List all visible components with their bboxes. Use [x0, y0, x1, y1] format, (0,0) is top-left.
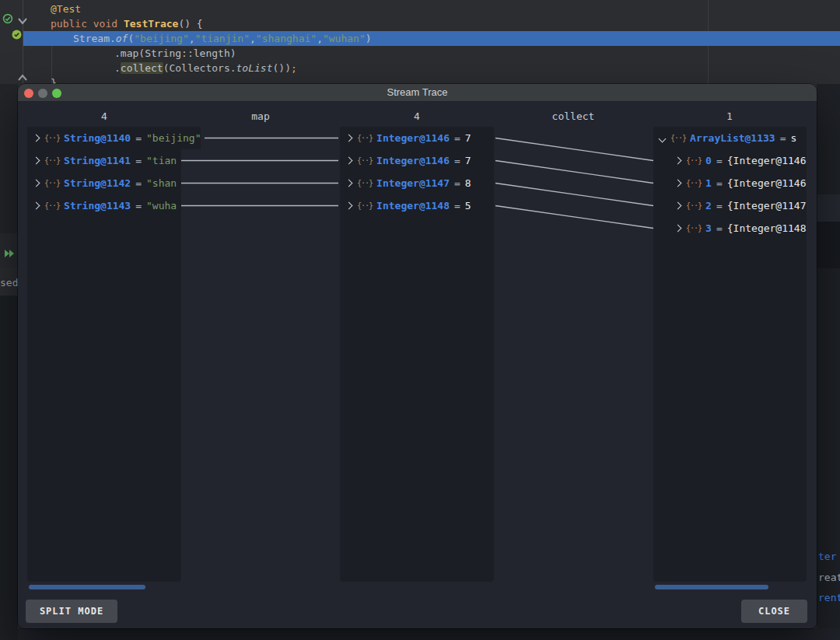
- equals-sign: =: [454, 200, 460, 212]
- value-text: "wuha: [146, 200, 177, 212]
- equals-sign: =: [716, 200, 723, 212]
- code-line: public void TestTrace() {: [23, 16, 840, 31]
- value-text: {Integer@1147: [727, 200, 807, 212]
- stage-label: 4: [414, 110, 420, 123]
- tree-node[interactable]: {··}Integer@1147=8: [340, 172, 494, 194]
- value-braces-icon: {··}: [44, 134, 60, 142]
- collect-result-column: {··}ArrayList@1133=s{··}0={Integer@1146{…: [653, 127, 807, 582]
- stage-label: 1: [726, 110, 733, 123]
- chevron-right-icon[interactable]: [674, 225, 682, 233]
- value-braces-icon: {··}: [357, 201, 373, 210]
- value-text: {Integer@1148: [727, 222, 807, 234]
- tree-node[interactable]: {··}Integer@1148=5: [340, 194, 494, 217]
- code-line: .collect(Collectors.toList());: [23, 61, 840, 75]
- background-code-fragment: reat: [818, 572, 840, 583]
- tree-node[interactable]: {··}0={Integer@1146: [653, 149, 807, 172]
- chevron-right-icon[interactable]: [33, 157, 40, 165]
- chevron-right-icon[interactable]: [345, 135, 353, 142]
- code-token: "beijing": [134, 33, 188, 44]
- value-text: s: [791, 132, 797, 144]
- value-text: "tian: [146, 155, 177, 166]
- resume-forward-icon[interactable]: [5, 250, 15, 257]
- stream-trace-dialog: Stream Trace 4map4collect1 {··}String@11…: [18, 84, 817, 628]
- chevron-right-icon[interactable]: [674, 202, 682, 210]
- tree-node[interactable]: {··}ArrayList@1133=s: [653, 127, 807, 149]
- stream-source-column: {··}String@1140="beijing"{··}String@1141…: [27, 127, 181, 582]
- close-button[interactable]: CLOSE: [741, 600, 807, 623]
- value-braces-icon: {··}: [44, 201, 60, 210]
- code-token: of: [116, 33, 128, 44]
- code-token: "tianjin": [195, 33, 250, 44]
- value-braces-icon: {··}: [357, 156, 373, 165]
- dialog-titlebar[interactable]: Stream Trace: [18, 84, 817, 102]
- chevron-right-icon[interactable]: [33, 135, 40, 142]
- stage-label: map: [251, 110, 269, 123]
- equals-sign: =: [454, 155, 460, 166]
- value-name: Integer@1146: [376, 155, 450, 166]
- value-text: 5: [465, 200, 471, 212]
- chevron-right-icon[interactable]: [674, 157, 682, 165]
- code-token: toList: [236, 62, 273, 74]
- code-token: collect: [121, 62, 163, 74]
- value-braces-icon: {··}: [686, 156, 702, 165]
- value-name: String@1141: [64, 155, 131, 166]
- chevron-down-icon[interactable]: [659, 135, 667, 143]
- split-mode-button[interactable]: SPLIT MODE: [26, 600, 117, 623]
- collect-column-scrollbar[interactable]: [655, 585, 768, 589]
- test-passed-icon[interactable]: [12, 30, 22, 40]
- equals-sign: =: [135, 132, 142, 144]
- equals-sign: =: [454, 132, 460, 144]
- right-band-light: [817, 194, 840, 222]
- value-braces-icon: {··}: [686, 201, 702, 210]
- code-line: }: [23, 75, 840, 84]
- chevron-right-icon[interactable]: [674, 180, 682, 187]
- code-token: ,: [250, 33, 256, 44]
- value-braces-icon: {··}: [670, 134, 686, 142]
- code-line: Stream.of("beijing","tianjin","shanghai"…: [23, 31, 840, 46]
- tree-node[interactable]: {··}String@1140="beijing": [27, 127, 201, 149]
- chevron-right-icon[interactable]: [33, 202, 40, 210]
- tree-node[interactable]: {··}3={Integer@1148: [653, 217, 807, 240]
- tree-node[interactable]: {··}String@1142="shan: [27, 172, 181, 194]
- value-name: Integer@1147: [376, 177, 450, 189]
- value-text: 7: [465, 155, 471, 166]
- tree-node[interactable]: {··}String@1143="wuha: [27, 194, 181, 217]
- tree-node[interactable]: {··}String@1141="tian: [27, 149, 181, 172]
- value-name: 3: [705, 222, 712, 234]
- left-panel-band: [0, 84, 18, 233]
- code-token: Stream.: [73, 33, 116, 44]
- value-braces-icon: {··}: [357, 179, 373, 187]
- chevron-right-icon[interactable]: [345, 202, 353, 210]
- value-text: 8: [465, 177, 471, 189]
- equals-sign: =: [716, 222, 723, 234]
- code-token: .: [114, 62, 121, 74]
- value-name: Integer@1146: [376, 132, 450, 144]
- tree-node[interactable]: {··}Integer@1146=7: [340, 127, 494, 149]
- tree-node[interactable]: {··}2={Integer@1147: [653, 194, 807, 217]
- tree-node[interactable]: {··}Integer@1146=7: [340, 149, 494, 172]
- equals-sign: =: [454, 177, 460, 189]
- tree-node[interactable]: {··}1={Integer@1146: [653, 172, 807, 194]
- code-token: @Test: [51, 3, 81, 15]
- value-text: "shan: [146, 177, 177, 189]
- value-text: {Integer@1146: [727, 177, 807, 189]
- equals-sign: =: [135, 200, 142, 212]
- source-column-scrollbar[interactable]: [29, 585, 145, 589]
- equals-sign: =: [780, 132, 786, 144]
- code-token: ;: [291, 62, 297, 74]
- test-passed-outline-icon[interactable]: [2, 13, 13, 24]
- code-line: @Test: [23, 2, 840, 16]
- code-token: () {: [178, 18, 202, 30]
- value-braces-icon: {··}: [686, 224, 702, 233]
- background-code-fragment: rent: [818, 592, 840, 603]
- chevron-right-icon[interactable]: [345, 157, 353, 165]
- code-token: ()): [273, 62, 291, 74]
- code-token: "shanghai": [256, 33, 317, 44]
- chevron-right-icon[interactable]: [345, 180, 353, 187]
- value-name: 2: [705, 200, 712, 212]
- value-name: String@1142: [64, 177, 131, 189]
- value-name: ArrayList@1133: [690, 132, 775, 144]
- value-name: String@1143: [64, 200, 131, 212]
- chevron-right-icon[interactable]: [33, 180, 40, 187]
- code-token: public void: [51, 18, 124, 30]
